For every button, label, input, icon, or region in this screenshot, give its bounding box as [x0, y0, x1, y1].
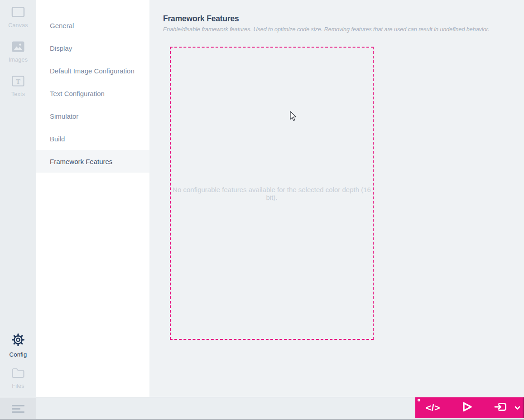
rail-item-label: Canvas	[8, 22, 28, 29]
svg-text:T: T	[16, 78, 20, 85]
folder-icon	[11, 366, 25, 381]
rail-item-texts[interactable]: T Texts	[0, 75, 36, 97]
config-sidebar: General Display Default Image Configurat…	[36, 0, 149, 397]
code-icon: </>	[426, 402, 440, 413]
rail-item-label: Images	[9, 57, 28, 63]
sidebar-item-text-configuration[interactable]: Text Configuration	[36, 82, 149, 105]
sidebar-item-default-image-configuration[interactable]: Default Image Configuration	[36, 59, 149, 82]
main-content: Framework Features Enable/disable framew…	[149, 0, 524, 397]
sidebar-item-simulator[interactable]: Simulator	[36, 105, 149, 127]
rail-item-label: Files	[12, 383, 24, 389]
rail-item-images[interactable]: Images	[0, 41, 36, 63]
bottom-menu-button[interactable]	[0, 398, 36, 420]
sidebar-item-build[interactable]: Build	[36, 127, 149, 150]
rail-item-label: Config	[10, 351, 27, 358]
hamburger-icon	[12, 405, 24, 413]
play-button[interactable]	[459, 397, 476, 418]
rail-item-label: Texts	[11, 91, 25, 97]
rail-item-canvas[interactable]: Canvas	[0, 6, 36, 29]
run-toolbar: </>	[415, 397, 524, 418]
images-icon	[11, 41, 25, 54]
sidebar-item-general[interactable]: General	[36, 14, 149, 37]
sidebar-item-framework-features[interactable]: Framework Features	[36, 150, 149, 173]
page-subtitle: Enable/disable framework features. Used …	[163, 26, 490, 33]
toolbar-expand-button[interactable]	[513, 397, 522, 418]
empty-message: No configurable features available for t…	[171, 186, 373, 201]
deploy-icon	[494, 401, 508, 414]
status-ring-icon	[418, 399, 420, 401]
canvas-icon	[11, 6, 25, 20]
play-icon	[462, 401, 473, 415]
feature-dropzone: No configurable features available for t…	[170, 47, 374, 340]
icon-rail: Canvas Images T Texts	[0, 0, 36, 397]
gear-icon	[11, 333, 25, 349]
rail-item-config[interactable]: Config	[0, 333, 36, 358]
chevron-down-icon	[514, 404, 520, 412]
deploy-button[interactable]	[492, 397, 510, 418]
config-menu: General Display Default Image Configurat…	[36, 14, 149, 173]
export-code-button[interactable]: </>	[424, 397, 442, 418]
rail-item-files[interactable]: Files	[0, 366, 36, 389]
texts-icon: T	[11, 75, 25, 89]
page-title: Framework Features	[163, 14, 239, 24]
sidebar-item-display[interactable]: Display	[36, 37, 149, 59]
